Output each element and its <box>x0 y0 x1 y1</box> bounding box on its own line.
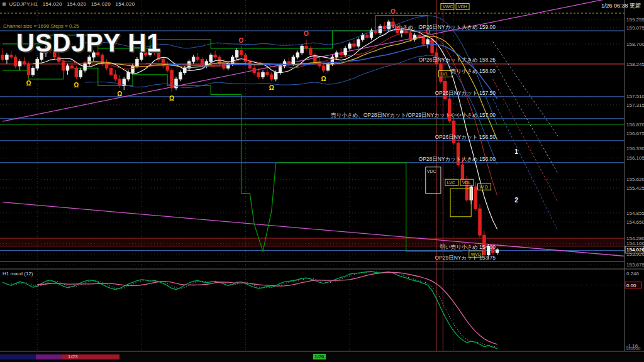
candle-body <box>31 68 34 74</box>
price-axis-label: 159.075 <box>626 25 644 31</box>
candle-body <box>62 62 64 70</box>
candle-body <box>461 165 464 180</box>
price-axis-label: 156.870 <box>626 122 644 128</box>
volume-level-chip-label: VDH <box>458 4 467 9</box>
candle-body <box>79 70 82 77</box>
candle-body <box>357 40 360 46</box>
candle-body <box>75 68 77 77</box>
price-axis[interactable]: 159.255159.075158.700158.245157.510157.3… <box>625 0 644 351</box>
trendline[interactable] <box>3 202 636 257</box>
candle-body <box>23 62 25 63</box>
candle-body <box>235 50 238 57</box>
price-axis-label: 156.105 <box>626 155 644 161</box>
macd-scale-label: 140000 <box>626 346 640 351</box>
candle-body <box>192 57 194 62</box>
candle-body <box>344 48 347 55</box>
candle-body <box>362 35 364 40</box>
vertical-lines <box>37 0 453 351</box>
time-axis[interactable]: 1/231/26 <box>0 352 644 362</box>
op-annotation[interactable]: 売り小さめ、OP26日NYカット大きめ 159.00 <box>386 24 496 30</box>
candle-body <box>36 59 38 68</box>
wave-count-label[interactable]: 2 <box>514 197 518 204</box>
price-axis-label: 154.160 <box>626 241 644 246</box>
candle-body <box>374 31 377 33</box>
candle-body <box>66 66 69 70</box>
candlesticks <box>1 18 499 260</box>
candle-body <box>379 26 381 33</box>
wave-count-label[interactable]: 1 <box>514 148 518 155</box>
moving-average-line <box>85 16 497 125</box>
price-chart-canvas[interactable]: OOOOOΩΩΩΩΩΩVDCVWCVDHLVLLVCVDLW DWVD売り小さめ… <box>0 0 644 352</box>
candle-body <box>353 44 355 46</box>
candle-body <box>153 48 155 53</box>
candle-body <box>118 79 121 85</box>
stepline-indicator <box>3 68 462 251</box>
volume-level-chip-label: LVC <box>447 180 455 185</box>
price-axis-label: 154.855 <box>626 211 644 216</box>
candle-body <box>296 53 299 57</box>
op-annotation[interactable]: 弱い売り小さめ 154.00 <box>440 244 496 250</box>
candle-body <box>88 57 91 63</box>
candle-body <box>1 55 4 59</box>
buy-signal-marker: Ω <box>74 82 79 89</box>
macd-max-label: 0.246 <box>626 271 640 277</box>
price-axis-label: 156.675 <box>626 131 644 136</box>
candle-body <box>97 53 99 55</box>
candle-body <box>365 35 368 37</box>
macd-zero-label: 0.00 <box>626 283 636 288</box>
candle-body <box>179 72 182 79</box>
sell-signal-marker: O <box>239 37 244 44</box>
support-band <box>0 238 625 246</box>
plot-area[interactable]: OOOOOΩΩΩΩΩΩVDCVWCVDHLVLLVCVDLW DWVD売り小さめ… <box>0 0 636 351</box>
op-annotation[interactable]: OP29日NYカット 153.75 <box>435 255 496 261</box>
price-axis-label: 154.650 <box>626 219 644 225</box>
candle-body <box>409 33 411 39</box>
candle-body <box>262 72 264 77</box>
price-axis-label: 157.315 <box>626 102 644 108</box>
candle-body <box>326 63 329 70</box>
analysis-box-label: VDC <box>427 169 436 173</box>
candle-body <box>479 209 481 235</box>
timeline-date-label: 1/23 <box>68 354 78 359</box>
candle-body <box>92 53 95 57</box>
candle-body <box>166 66 169 70</box>
candle-body <box>335 53 338 57</box>
candle-body <box>27 63 30 74</box>
price-axis-label: 158.245 <box>626 62 644 67</box>
price-axis-label: 159.255 <box>626 17 644 23</box>
sell-signal-marker: O <box>304 30 309 37</box>
macd-signal-line <box>37 272 497 344</box>
candle-body <box>474 187 477 209</box>
buy-signal-marker: Ω <box>169 95 174 102</box>
candle-body <box>109 68 112 74</box>
op-annotation[interactable]: 売り小さめ、OP28日NYカット/OP29日NYカットやや小さめ 157.00 <box>331 112 496 118</box>
candle-body <box>148 48 151 55</box>
candle-body <box>214 55 216 57</box>
candle-body <box>266 72 269 74</box>
timeline-session-segment <box>0 354 36 359</box>
candle-body <box>305 46 308 48</box>
candle-body <box>136 59 138 65</box>
volume-level-chip-label: W D <box>480 185 489 189</box>
sell-signal-marker: O <box>152 35 157 41</box>
candle-body <box>114 75 116 79</box>
timeline-date-label: 1/26 <box>313 354 326 359</box>
candle-body <box>145 53 147 55</box>
candle-body <box>431 40 433 53</box>
candle-body <box>340 53 342 55</box>
op-annotation[interactable]: OP28日NYカット大きめ 156.00 <box>419 156 496 162</box>
buy-signal-marker: Ω <box>117 90 122 97</box>
price-axis-label: 156.330 <box>626 146 644 151</box>
candle-body <box>53 50 56 57</box>
op-annotation[interactable]: OP26日NYカット 156.50 <box>435 134 496 140</box>
sell-signal-marker: O <box>391 8 396 15</box>
candle-body <box>6 55 8 59</box>
op-annotation[interactable]: OP26日NYカット大きめ 158.25 <box>419 57 496 63</box>
projection-line <box>493 41 558 136</box>
op-annotation[interactable]: 売り小さめ 158.00 <box>451 68 496 74</box>
candle-body <box>301 46 303 52</box>
candle-body <box>244 55 247 61</box>
candle-body <box>287 62 290 63</box>
candle-body <box>322 66 325 70</box>
op-annotation[interactable]: OP26日NYカット 157.50 <box>435 90 496 96</box>
